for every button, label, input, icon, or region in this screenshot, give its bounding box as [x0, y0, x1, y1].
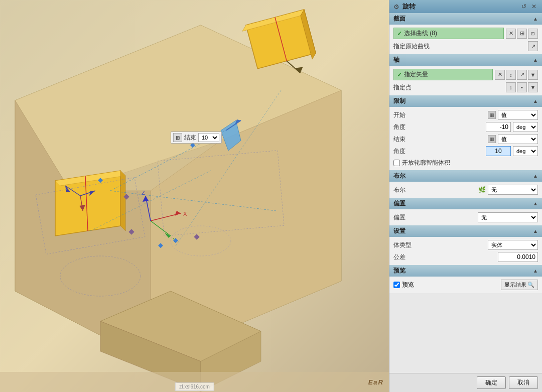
end-label: 结束 [184, 134, 196, 142]
chevron-pianzhi: ▲ [533, 201, 538, 206]
point-dropdown[interactable]: ▼ [528, 82, 538, 92]
vector-dropdown[interactable]: ▼ [528, 70, 538, 80]
select-curves-row: ✓ 选择曲线 (8) ✕ ⊞ ⊡ [389, 27, 542, 40]
specify-point-label: 指定点 [393, 83, 504, 92]
section-header-xianzhi[interactable]: 限制 ▲ [389, 95, 542, 107]
end-type-select[interactable]: 值 [498, 134, 538, 144]
bottom-buttons: 确定 取消 [389, 373, 542, 392]
section-header-buer[interactable]: 布尔 ▲ [389, 170, 542, 182]
vector-check-icon: ✓ [397, 71, 402, 78]
vector-btn1[interactable]: ✕ [495, 70, 505, 80]
start-type-icon: ▦ [488, 111, 496, 119]
panel-titlebar: ⚙ 旋转 ↺ ✕ [389, 0, 542, 13]
section-header-shezhi[interactable]: 设置 ▲ [389, 225, 542, 237]
angle1-input[interactable] [486, 122, 511, 132]
svg-text:X: X [183, 211, 187, 217]
tolerance-label: 公差 [393, 253, 496, 262]
start-type-select[interactable]: 值 [498, 110, 538, 120]
selected-curves-field[interactable]: ✓ 选择曲线 (8) [393, 28, 504, 39]
preview-label: 预览 [402, 281, 414, 289]
section-header-jiemian[interactable]: 截面 ▲ [389, 13, 542, 25]
vector-btn2[interactable]: ↕ [506, 70, 516, 80]
curves-btn3[interactable]: ⊡ [528, 29, 538, 39]
angle1-label: 角度 [393, 123, 409, 132]
chevron-jiemian: ▲ [533, 16, 538, 22]
section-header-yulan[interactable]: 预览 ▲ [389, 265, 542, 277]
angle2-row: 角度 deg rad [389, 145, 542, 157]
section-label-buer: 布尔 [393, 172, 405, 180]
section-header-pianzhi[interactable]: 偏置 ▲ [389, 198, 542, 209]
open-contour-row: 开放轮廓智能体积 [389, 157, 542, 168]
chevron-shezhi: ▲ [533, 228, 538, 234]
offset-label: 偏置 [393, 213, 476, 222]
curves-btn2[interactable]: ⊞ [517, 29, 527, 39]
end-type-icon: ▦ [488, 135, 496, 143]
refresh-button[interactable]: ↺ [520, 3, 528, 11]
original-curve-label: 指定原始曲线 [393, 42, 526, 51]
close-button[interactable]: ✕ [530, 3, 538, 11]
section-content-yulan: 预览 显示结果 🔍 [389, 277, 542, 293]
section-label-xianzhi: 限制 [393, 97, 405, 105]
section-label-zhou: 轴 [393, 56, 399, 64]
original-curve-row: 指定原始曲线 ↗ [389, 40, 542, 52]
end-label: 结束 [393, 135, 409, 144]
chevron-yulan: ▲ [533, 268, 538, 274]
viewport-icon[interactable]: ⊞ [173, 133, 182, 142]
bool-row: 布尔 🌿 无 求和 求差 求交 [389, 184, 542, 196]
body-type-row: 体类型 实体 片体 [389, 239, 542, 251]
vector-label: 指定矢量 [404, 70, 428, 79]
preview-row: 预览 显示结果 🔍 [389, 279, 542, 291]
selected-curves-label: 选择曲线 (8) [404, 29, 437, 38]
bool-label: 布尔 [393, 186, 476, 194]
start-label: 开始 [393, 111, 409, 119]
angle2-input[interactable] [486, 146, 511, 156]
preview-checkbox[interactable] [393, 282, 400, 288]
offset-row: 偏置 无 [389, 211, 542, 223]
section-content-buer: 布尔 🌿 无 求和 求差 求交 [389, 182, 542, 198]
vector-field[interactable]: ✓ 指定矢量 [393, 69, 493, 80]
chevron-xianzhi: ▲ [533, 98, 538, 104]
section-label-pianzhi: 偏置 [393, 199, 405, 208]
angle2-unit-select[interactable]: deg rad [513, 146, 538, 156]
specify-point-row: 指定点 ↕ • ▼ [389, 81, 542, 93]
start-row: 开始 ▦ 值 [389, 109, 542, 121]
gear-icon: ⚙ [393, 3, 399, 11]
original-curve-btn[interactable]: ↗ [528, 41, 538, 51]
section-label-yulan: 预览 [393, 267, 405, 275]
tolerance-input[interactable] [498, 252, 538, 262]
angle1-unit-select[interactable]: deg rad [513, 122, 538, 132]
open-contour-checkbox[interactable] [393, 160, 400, 166]
3d-viewport[interactable]: X Y Z ⊞ 结束 10 20 -10 [0, 0, 389, 392]
point-btn1[interactable]: ↕ [506, 82, 516, 92]
show-result-button[interactable]: 显示结果 🔍 [501, 280, 538, 290]
body-type-label: 体类型 [393, 241, 486, 249]
chevron-zhou: ▲ [533, 57, 538, 63]
end-value-select[interactable]: 10 20 -10 [198, 133, 219, 142]
offset-select[interactable]: 无 [478, 212, 538, 222]
point-btn2[interactable]: • [517, 82, 527, 92]
bool-select[interactable]: 无 求和 求差 求交 [488, 185, 538, 195]
section-content-xianzhi: 开始 ▦ 值 角度 deg rad 结束 ▦ [389, 107, 542, 170]
show-result-label: 显示结果 [504, 281, 526, 289]
open-contour-label: 开放轮廓智能体积 [402, 159, 450, 167]
specify-vector-row: ✓ 指定矢量 ✕ ↕ ↗ ▼ [389, 68, 542, 81]
tolerance-row: 公差 [389, 251, 542, 263]
angle2-label: 角度 [393, 147, 409, 156]
watermark-text: EaR [368, 378, 384, 386]
section-label-shezhi: 设置 [393, 227, 405, 235]
section-header-zhou[interactable]: 轴 ▲ [389, 54, 542, 66]
end-row: 结束 ▦ 值 [389, 133, 542, 145]
curves-btn1[interactable]: ✕ [506, 29, 516, 39]
section-label-jiemian: 截面 [393, 15, 405, 23]
section-content-shezhi: 体类型 实体 片体 公差 [389, 237, 542, 265]
panel-title: 旋转 [402, 2, 416, 11]
viewport-toolbar[interactable]: ⊞ 结束 10 20 -10 [171, 132, 222, 144]
check-icon: ✓ [397, 30, 402, 37]
curves-icon-group: ✕ ⊞ ⊡ [506, 29, 538, 39]
vector-btn3[interactable]: ↗ [517, 70, 527, 80]
ok-button[interactable]: 确定 [477, 376, 506, 389]
section-content-jiemian: ✓ 选择曲线 (8) ✕ ⊞ ⊡ 指定原始曲线 ↗ [389, 25, 542, 54]
chevron-buer: ▲ [533, 173, 538, 179]
cancel-button[interactable]: 取消 [509, 376, 538, 389]
body-type-select[interactable]: 实体 片体 [488, 240, 538, 250]
